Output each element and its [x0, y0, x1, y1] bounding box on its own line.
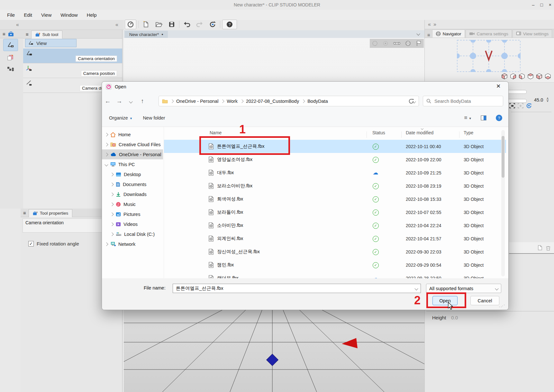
- view-cube-icon[interactable]: [527, 73, 534, 80]
- help-icon[interactable]: ?: [495, 114, 503, 121]
- file-row[interactable]: 외계인씨.fbx ✓ ☁ 2022-10-04 21:57 3D Object …: [164, 232, 506, 245]
- sidebar-item-creative-cloud-files[interactable]: Creative Cloud Files: [102, 139, 163, 149]
- menu-file[interactable]: File: [7, 12, 15, 18]
- scrollbar-thumb[interactable]: [502, 136, 504, 178]
- sidebar-item-onedrive-personal[interactable]: OneDrive - Personal: [102, 149, 163, 159]
- document-tab[interactable]: New character* ●: [125, 31, 168, 38]
- panel-menu-icon[interactable]: ≡: [23, 210, 26, 216]
- expand-chevron-icon[interactable]: [110, 202, 114, 206]
- close-button[interactable]: ×: [549, 2, 551, 7]
- menu-help[interactable]: Help: [87, 12, 97, 18]
- menu-window[interactable]: Window: [60, 12, 77, 18]
- tab-navigator[interactable]: Navigator: [432, 30, 465, 38]
- minimize-button[interactable]: –: [532, 2, 535, 7]
- tool-view[interactable]: [3, 39, 18, 51]
- expand-chevron-icon[interactable]: [110, 212, 114, 216]
- breadcrumb-custombody[interactable]: 2022-07-08_CustomBody: [246, 99, 299, 104]
- sidebar-item-documents[interactable]: Documents: [102, 179, 163, 189]
- file-row[interactable]: 대두.fbx ✓ ☁ 2022-10-09 21:25 3D Object 8,…: [164, 166, 506, 179]
- column-status[interactable]: Status: [372, 130, 385, 135]
- up-icon[interactable]: ↑: [137, 98, 148, 105]
- expand-chevron-icon[interactable]: [110, 183, 114, 186]
- subtool-group-view[interactable]: View: [25, 39, 77, 47]
- column-name[interactable]: Name: [210, 130, 222, 135]
- file-row[interactable]: 보라소아비만.fbx ✓ ☁ 2022-10-08 23:19 3D Objec…: [164, 179, 506, 192]
- file-row[interactable]: 랜더무.fbx ✓ ☁ 2022-09-28 22:50 3D Object 4…: [164, 272, 506, 279]
- new-folder-button[interactable]: New folder: [143, 115, 165, 120]
- forward-icon[interactable]: →: [114, 98, 125, 105]
- refresh-address-icon[interactable]: [408, 98, 414, 104]
- open-file-button[interactable]: [153, 20, 164, 29]
- view-cube-icon[interactable]: [509, 73, 517, 80]
- file-row[interactable]: 장신여성_선근육.fbx ✓ ☁ 2022-09-30 22:03 3D Obj…: [164, 245, 506, 258]
- breadcrumb-bar[interactable]: OneDrive - Personal Work 2022-07-08_Cust…: [159, 96, 419, 106]
- expand-chevron-icon[interactable]: [110, 192, 114, 196]
- view-mode-icon[interactable]: ≡: [464, 115, 468, 121]
- tab-camera-settings[interactable]: Camera settings: [466, 30, 512, 38]
- sidebar-item-pictures[interactable]: Pictures: [102, 209, 163, 219]
- organize-button[interactable]: Organize: [109, 115, 128, 120]
- collapse-right-icon[interactable]: »: [433, 22, 436, 27]
- dialog-close-button[interactable]: ✕: [494, 83, 503, 91]
- expand-chevron-icon[interactable]: [110, 173, 114, 176]
- breadcrumb-onedrive[interactable]: OneDrive - Personal: [176, 99, 218, 104]
- expand-chevron-icon[interactable]: [104, 153, 108, 156]
- wire-sphere-icon[interactable]: [372, 40, 378, 47]
- resize-grip[interactable]: ⠠⠔⠁: [498, 304, 506, 308]
- fov-value[interactable]: 45.0: [534, 97, 543, 102]
- clip-studio-button[interactable]: [125, 20, 136, 29]
- expand-chevron-icon[interactable]: [104, 242, 108, 246]
- rotate-camera-icon[interactable]: [526, 103, 532, 109]
- tool-properties-tab[interactable]: Tool properties: [29, 209, 73, 217]
- reset-view-button[interactable]: [207, 20, 218, 29]
- bone-icon[interactable]: [393, 40, 401, 47]
- file-row[interactable]: 잼민.fbx ✓ ☁ 2022-09-29 00:54 3D Object 4,…: [164, 258, 506, 272]
- file-row[interactable]: 회색여성.fbx ✓ ☁ 2022-10-08 15:33 3D Object …: [164, 192, 506, 206]
- file-row[interactable]: 보라돌이.fbx ✓ ☁ 2022-10-07 02:55 3D Object …: [164, 206, 506, 219]
- back-icon[interactable]: ←: [102, 98, 114, 105]
- view-cube-icon[interactable]: [501, 73, 508, 80]
- expand-chevron-icon[interactable]: [104, 143, 108, 146]
- menu-view[interactable]: View: [41, 12, 51, 18]
- column-type[interactable]: Type: [464, 130, 473, 135]
- maximize-button[interactable]: □: [540, 2, 543, 7]
- sidebar-item-desktop[interactable]: Desktop: [102, 169, 163, 179]
- tool-materials[interactable]: [3, 52, 17, 63]
- tool-move[interactable]: [3, 64, 17, 76]
- file-list-scrollbar[interactable]: [501, 130, 505, 276]
- point-sphere-icon[interactable]: [382, 40, 389, 47]
- sidebar-item-this-pc[interactable]: This PC: [102, 159, 163, 169]
- file-row[interactable]: 영양실조여성.fbx ✓ ☁ 2022-10-09 22:00 3D Objec…: [164, 153, 506, 166]
- new-file-button[interactable]: [141, 20, 151, 29]
- view-cube-icon[interactable]: [518, 73, 526, 80]
- fov-stepper[interactable]: ∧∨: [546, 97, 549, 102]
- panel-menu-icon[interactable]: ≡: [3, 31, 5, 37]
- collapse-subtool-icon[interactable]: «: [115, 22, 118, 28]
- expand-chevron-icon[interactable]: [110, 232, 114, 236]
- view-cube-icon[interactable]: [535, 73, 543, 80]
- sidebar-item-downloads[interactable]: Downloads: [102, 189, 163, 199]
- sidebar-item-local-disk-c-[interactable]: Local Disk (C:): [102, 229, 163, 239]
- recent-locations-chevron-icon[interactable]: [125, 99, 137, 104]
- collapse-left-icon[interactable]: «: [16, 22, 19, 28]
- help-button[interactable]: ?: [222, 20, 237, 29]
- undo-button[interactable]: [181, 20, 192, 29]
- cancel-button[interactable]: Cancel: [470, 296, 499, 305]
- fit-camera-icon[interactable]: [509, 103, 515, 109]
- flag-icon[interactable]: [415, 40, 422, 47]
- breadcrumb-bodydata[interactable]: BodyData: [307, 99, 328, 104]
- expand-chevron-icon[interactable]: [104, 163, 108, 166]
- expand-chevron-icon[interactable]: [110, 222, 114, 226]
- sub-tool-tab[interactable]: Sub tool: [31, 31, 63, 39]
- expand-chevron-icon[interactable]: [104, 133, 108, 136]
- column-date-modified[interactable]: Date modified: [406, 130, 433, 135]
- new-item-icon[interactable]: [537, 245, 543, 251]
- panel-menu-icon[interactable]: ≡: [427, 32, 430, 38]
- breadcrumb-work[interactable]: Work: [227, 99, 238, 104]
- file-row[interactable]: 소아비만.fbx ✓ ☁ 2022-10-04 22:24 3D Object …: [164, 219, 506, 232]
- sidebar-item-music[interactable]: ♪ Music: [102, 199, 163, 209]
- collapse-left-icon[interactable]: «: [428, 22, 431, 27]
- view-mode-dropdown-icon[interactable]: ▾: [469, 116, 471, 120]
- redo-button[interactable]: [194, 20, 205, 29]
- trash-icon[interactable]: [545, 245, 551, 251]
